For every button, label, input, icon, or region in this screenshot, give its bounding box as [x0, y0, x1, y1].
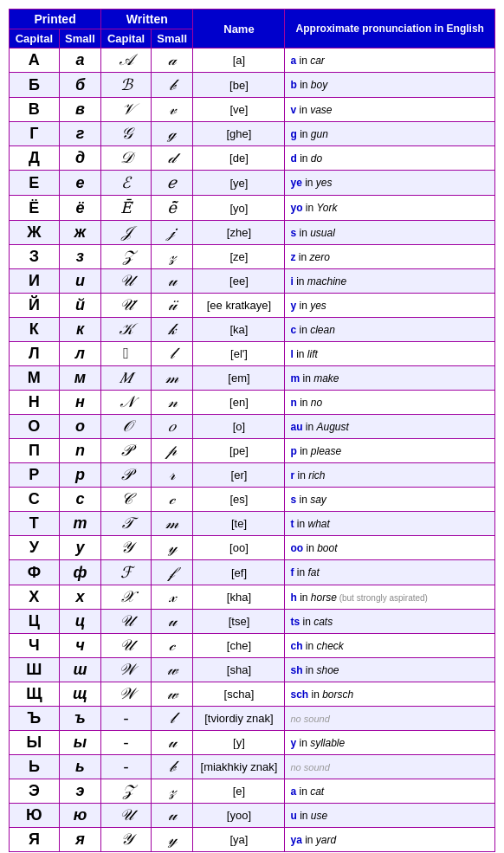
- letter-name: [miakhkiy znak]: [193, 755, 285, 779]
- printed-small: ё: [59, 196, 101, 221]
- pronunciation: ts in cats: [285, 610, 495, 634]
- printed-capital: М: [10, 366, 60, 391]
- letter-name: [em]: [193, 366, 285, 391]
- pronunciation: y in yes: [285, 294, 495, 318]
- written-small: 𝒻: [151, 560, 193, 585]
- table-row: Л л 𝒧 𝓁 [el'] l in lift: [10, 342, 495, 366]
- printed-capital: С: [10, 488, 60, 512]
- written-capital: 𝒵: [101, 245, 152, 269]
- table-row: Ж ж 𝒥 𝒿 [zhe] s in usual: [10, 221, 495, 245]
- letter-name: [yo]: [193, 196, 285, 221]
- written-small: 𝓁: [151, 342, 193, 366]
- pronunciation: n in no: [285, 391, 495, 415]
- printed-small: к: [59, 318, 101, 342]
- printed-small: м: [59, 366, 101, 391]
- pronunciation: y in syllable: [285, 731, 495, 755]
- written-small: 𝒷: [151, 755, 193, 779]
- letter-name: [kha]: [193, 585, 285, 610]
- written-small: 𝓇: [151, 463, 193, 488]
- printed-capital: Д: [10, 146, 60, 171]
- written-capital: 𝒰: [101, 634, 152, 658]
- printed-capital: Х: [10, 585, 60, 610]
- written-capital: 𝑀: [101, 366, 152, 391]
- letter-name: [ee kratkaye]: [193, 294, 285, 318]
- printed-small: щ: [59, 682, 101, 707]
- letter-name: [es]: [193, 488, 285, 512]
- table-row: Б б ℬ 𝒷 [be] b in boy: [10, 73, 495, 98]
- table-row: Н н 𝒩 𝓃 [en] n in no: [10, 391, 495, 415]
- written-capital: 𝒯: [101, 512, 152, 536]
- table-row: Ш ш 𝒲 𝓌 [sha] sh in shoe: [10, 658, 495, 682]
- written-capital: 𝒪: [101, 415, 152, 439]
- written-capital: ℰ: [101, 171, 152, 196]
- written-capital: 𝒫: [101, 439, 152, 463]
- letter-name: [y]: [193, 731, 285, 755]
- pronunciation: h in horse (but strongly aspirated): [285, 585, 495, 610]
- pronunciation: s in usual: [285, 221, 495, 245]
- printed-small: н: [59, 391, 101, 415]
- table-row: Т т 𝒯 𝓂 [te] t in what: [10, 512, 495, 536]
- pronunciation: g in gun: [285, 122, 495, 146]
- written-small: 𝓋: [151, 98, 193, 122]
- written-small: 𝓂: [151, 366, 193, 391]
- table-row: Й й 𝒰̈ 𝓊̈ [ee kratkaye] y in yes: [10, 294, 495, 318]
- pronunciation: no sound: [285, 707, 495, 731]
- written-small: 𝓍: [151, 585, 193, 610]
- written-small: 𝓎: [151, 536, 193, 560]
- letter-name: [oo]: [193, 536, 285, 560]
- printed-small-header: Small: [59, 29, 101, 48]
- printed-capital: А: [10, 48, 60, 73]
- written-capital: 𝒞: [101, 488, 152, 512]
- printed-capital: К: [10, 318, 60, 342]
- letter-name: [be]: [193, 73, 285, 98]
- pronunciation: f in fat: [285, 560, 495, 585]
- written-small: ℯ: [151, 171, 193, 196]
- written-capital: 𝒫: [101, 463, 152, 488]
- printed-small: з: [59, 245, 101, 269]
- letter-name: [ef]: [193, 560, 285, 585]
- written-small: 𝓎: [151, 828, 193, 852]
- written-capital: 𝒰: [101, 610, 152, 634]
- printed-capital: Щ: [10, 682, 60, 707]
- pronunciation: s in say: [285, 488, 495, 512]
- written-capital: 𝒳: [101, 585, 152, 610]
- written-small-header: Small: [151, 29, 193, 48]
- table-row: П п 𝒫 𝓅 [pe] p in please: [10, 439, 495, 463]
- printed-header: Printed: [10, 10, 101, 29]
- letter-name: [ze]: [193, 245, 285, 269]
- printed-capital-header: Capital: [10, 29, 60, 48]
- printed-capital: У: [10, 536, 60, 560]
- written-capital: 𝒜: [101, 48, 152, 73]
- table-row: И и 𝒰 𝓊 [ee] i in machine: [10, 269, 495, 294]
- printed-small: т: [59, 512, 101, 536]
- written-small: 𝓊: [151, 804, 193, 828]
- pronunciation: ye in yes: [285, 171, 495, 196]
- written-capital: 𝒧: [101, 342, 152, 366]
- letter-name: [en]: [193, 391, 285, 415]
- written-capital: 𝒦: [101, 318, 152, 342]
- written-capital: 𝒴: [101, 536, 152, 560]
- printed-small: ф: [59, 560, 101, 585]
- printed-capital: Т: [10, 512, 60, 536]
- printed-capital: И: [10, 269, 60, 294]
- letter-name: [ee]: [193, 269, 285, 294]
- printed-capital: Ш: [10, 658, 60, 682]
- letter-name: [yoo]: [193, 804, 285, 828]
- printed-small: д: [59, 146, 101, 171]
- letter-name: [sha]: [193, 658, 285, 682]
- letter-name: [ye]: [193, 171, 285, 196]
- written-small: 𝓂: [151, 512, 193, 536]
- letter-name: [a]: [193, 48, 285, 73]
- pronunciation: r in rich: [285, 463, 495, 488]
- pronunciation: au in August: [285, 415, 495, 439]
- written-small: 𝓅: [151, 439, 193, 463]
- printed-capital: Ь: [10, 755, 60, 779]
- printed-capital: Е: [10, 171, 60, 196]
- printed-capital: Э: [10, 779, 60, 804]
- table-row: У у 𝒴 𝓎 [oo] oo in boot: [10, 536, 495, 560]
- letter-name: [tse]: [193, 610, 285, 634]
- printed-capital: Ъ: [10, 707, 60, 731]
- table-row: Ъ ъ - 𝓁 [tviordiy znak] no sound: [10, 707, 495, 731]
- letter-name: [scha]: [193, 682, 285, 707]
- written-small: 𝓊̈: [151, 294, 193, 318]
